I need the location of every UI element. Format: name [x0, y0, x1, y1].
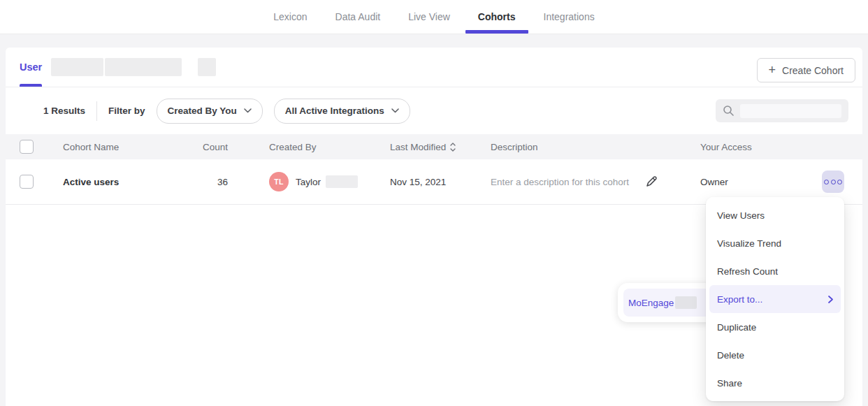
table-header: Cohort Name Count Created By Last Modifi… — [6, 134, 862, 159]
description-cell: Enter a description for this cohort — [491, 159, 658, 204]
header-description: Description — [491, 134, 538, 159]
filter-bar: 1 Results Filter by Created By You All A… — [6, 87, 862, 134]
avatar: TL — [269, 172, 289, 191]
more-options-button[interactable] — [822, 171, 844, 193]
redacted-tab[interactable] — [198, 58, 216, 76]
created-by-filter-value: Created By You — [168, 106, 237, 116]
results-count: 1 Results — [43, 106, 85, 116]
nav-tab-live-view[interactable]: Live View — [394, 0, 464, 34]
header-last-modified-label: Last Modified — [390, 142, 446, 152]
dot-icon — [824, 180, 829, 184]
header-your-access: Your Access — [700, 134, 752, 159]
edit-description-icon[interactable] — [644, 175, 658, 189]
export-submenu: MoEngage — [618, 283, 716, 322]
menu-item-duplicate[interactable]: Duplicate — [706, 313, 844, 341]
submenu-item-moengage[interactable]: MoEngage — [623, 289, 710, 317]
row-context-menu: View Users Visualize Trend Refresh Count… — [706, 197, 844, 401]
select-all-checkbox[interactable] — [20, 140, 34, 154]
redacted-tab[interactable] — [105, 58, 182, 76]
integrations-filter-value: All Active Integrations — [285, 106, 384, 116]
description-placeholder[interactable]: Enter a description for this cohort — [491, 177, 629, 187]
nav-tab-cohorts[interactable]: Cohorts — [464, 0, 530, 34]
export-to-label: Export to... — [717, 294, 762, 305]
filter-by-label: Filter by — [108, 106, 145, 116]
dot-icon — [837, 180, 842, 184]
redacted-search-text — [740, 104, 841, 118]
nav-tab-lexicon[interactable]: Lexicon — [259, 0, 321, 34]
created-by-filter-dropdown[interactable]: Created By You — [157, 99, 263, 124]
top-nav: Lexicon Data Audit Live View Cohorts Int… — [0, 0, 868, 34]
search-input[interactable] — [716, 99, 848, 122]
menu-item-refresh-count[interactable]: Refresh Count — [706, 257, 844, 285]
cohort-type-tabs: User + Create Cohort — [6, 48, 862, 87]
redacted-surname — [326, 175, 358, 188]
redacted-submenu-text — [675, 296, 697, 309]
divider — [96, 101, 97, 121]
chevron-down-icon — [391, 108, 399, 113]
cohorts-page: Lexicon Data Audit Live View Cohorts Int… — [0, 0, 868, 406]
creator-name: Taylor — [296, 177, 321, 187]
search-icon — [723, 105, 735, 117]
dot-icon — [831, 180, 836, 184]
nav-tab-data-audit[interactable]: Data Audit — [321, 0, 395, 34]
plus-icon: + — [769, 64, 776, 76]
cohort-count: 36 — [145, 159, 228, 204]
chevron-right-icon — [828, 296, 833, 303]
nav-tab-integrations[interactable]: Integrations — [530, 0, 609, 34]
header-last-modified: Last Modified — [390, 134, 456, 159]
created-by-cell: TL Taylor — [269, 159, 358, 204]
menu-item-delete[interactable]: Delete — [706, 341, 844, 369]
cohort-name[interactable]: Active users — [63, 159, 119, 204]
integrations-filter-dropdown[interactable]: All Active Integrations — [274, 99, 410, 124]
sort-icon[interactable] — [450, 143, 456, 152]
redacted-tab[interactable] — [51, 58, 103, 76]
create-cohort-label: Create Cohort — [782, 65, 844, 76]
header-cohort-name: Cohort Name — [63, 134, 119, 159]
menu-item-export-to[interactable]: Export to... — [709, 285, 841, 313]
create-cohort-button[interactable]: + Create Cohort — [757, 58, 855, 82]
row-checkbox[interactable] — [20, 175, 34, 189]
header-created-by: Created By — [269, 134, 317, 159]
header-count: Count — [145, 134, 228, 159]
tab-user[interactable]: User — [20, 48, 42, 87]
menu-item-share[interactable]: Share — [706, 369, 844, 397]
menu-item-visualize-trend[interactable]: Visualize Trend — [706, 229, 844, 257]
last-modified-cell: Nov 15, 2021 — [390, 159, 446, 204]
menu-item-view-users[interactable]: View Users — [706, 201, 844, 229]
chevron-down-icon — [244, 108, 252, 113]
moengage-label: MoEngage — [628, 298, 674, 308]
